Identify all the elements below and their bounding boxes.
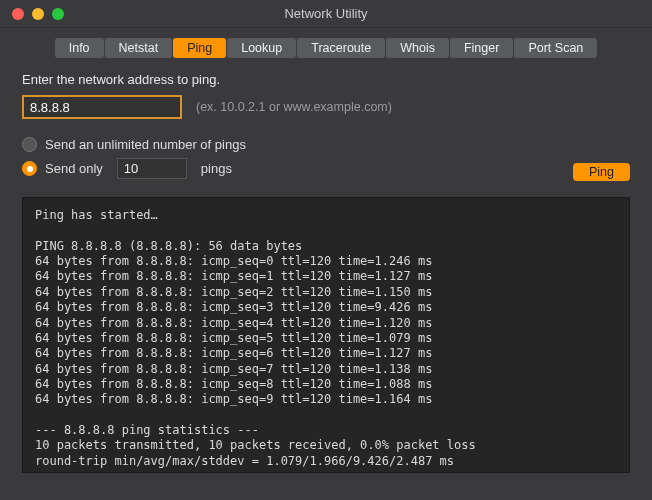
content-area: Enter the network address to ping. (ex. … xyxy=(0,66,652,483)
radio-sendonly[interactable] xyxy=(22,161,37,176)
address-input-row: (ex. 10.0.2.1 or www.example.com) xyxy=(22,95,630,119)
maximize-icon[interactable] xyxy=(52,8,64,20)
tab-ping[interactable]: Ping xyxy=(173,38,226,58)
prompt-label: Enter the network address to ping. xyxy=(22,72,630,87)
option-sendonly-row: Send only pings Ping xyxy=(22,158,630,185)
tab-port-scan[interactable]: Port Scan xyxy=(514,38,597,58)
close-icon[interactable] xyxy=(12,8,24,20)
tab-whois[interactable]: Whois xyxy=(386,38,449,58)
tab-lookup[interactable]: Lookup xyxy=(227,38,296,58)
option-unlimited-row[interactable]: Send an unlimited number of pings xyxy=(22,137,630,152)
toolbar-tabs: InfoNetstatPingLookupTracerouteWhoisFing… xyxy=(0,28,652,66)
ping-output[interactable]: Ping has started… PING 8.8.8.8 (8.8.8.8)… xyxy=(22,197,630,473)
tab-netstat[interactable]: Netstat xyxy=(105,38,173,58)
title-bar: Network Utility xyxy=(0,0,652,28)
minimize-icon[interactable] xyxy=(32,8,44,20)
radio-unlimited[interactable] xyxy=(22,137,37,152)
window-title: Network Utility xyxy=(0,6,652,21)
traffic-lights xyxy=(0,8,64,20)
option-sendonly-suffix: pings xyxy=(201,161,232,176)
option-sendonly-group[interactable]: Send only pings xyxy=(22,158,232,179)
tab-finger[interactable]: Finger xyxy=(450,38,513,58)
option-sendonly-prefix: Send only xyxy=(45,161,103,176)
address-hint: (ex. 10.0.2.1 or www.example.com) xyxy=(196,100,392,114)
option-unlimited-label: Send an unlimited number of pings xyxy=(45,137,246,152)
address-input[interactable] xyxy=(22,95,182,119)
ping-count-input[interactable] xyxy=(117,158,187,179)
ping-button[interactable]: Ping xyxy=(573,163,630,181)
tab-traceroute[interactable]: Traceroute xyxy=(297,38,385,58)
tab-info[interactable]: Info xyxy=(55,38,104,58)
